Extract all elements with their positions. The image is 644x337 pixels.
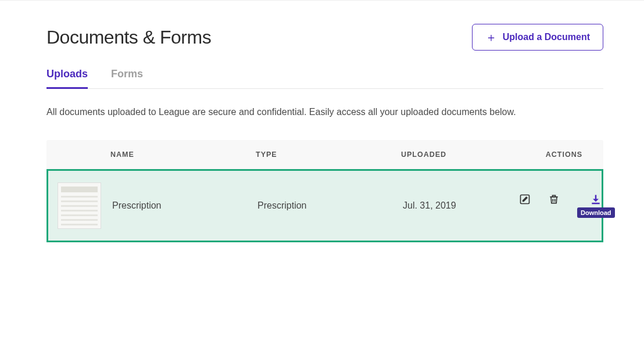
tab-uploads[interactable]: Uploads	[46, 68, 88, 89]
table-row: Prescription Prescription Jul. 31, 2019	[48, 171, 602, 241]
table-header: NAME TYPE UPLOADED ACTIONS	[46, 140, 603, 169]
upload-button-label: Upload a Document	[503, 32, 590, 42]
tab-forms[interactable]: Forms	[111, 68, 143, 88]
col-uploaded: UPLOADED	[401, 150, 517, 159]
col-name: NAME	[110, 150, 256, 159]
download-tooltip: Download	[577, 207, 615, 218]
documents-table: NAME TYPE UPLOADED ACTIONS Prescription …	[46, 140, 603, 242]
tabs: Uploads Forms	[46, 68, 603, 89]
cell-type: Prescription	[257, 200, 403, 211]
document-thumbnail[interactable]	[58, 182, 101, 229]
cell-name: Prescription	[112, 200, 257, 211]
plus-icon: ＋	[485, 31, 497, 43]
cell-uploaded: Jul. 31, 2019	[403, 200, 519, 211]
cell-actions: Download	[519, 193, 623, 218]
edit-icon[interactable]	[519, 193, 531, 205]
page-title: Documents & Forms	[46, 27, 211, 48]
col-type: TYPE	[256, 150, 401, 159]
svg-rect-1	[592, 203, 600, 205]
trash-icon[interactable]	[548, 193, 560, 205]
description-text: All documents uploaded to League are sec…	[46, 105, 603, 119]
highlighted-row-frame: Prescription Prescription Jul. 31, 2019	[46, 169, 603, 242]
download-icon[interactable]	[590, 193, 602, 205]
upload-document-button[interactable]: ＋ Upload a Document	[472, 24, 603, 51]
col-actions: ACTIONS	[517, 150, 598, 159]
